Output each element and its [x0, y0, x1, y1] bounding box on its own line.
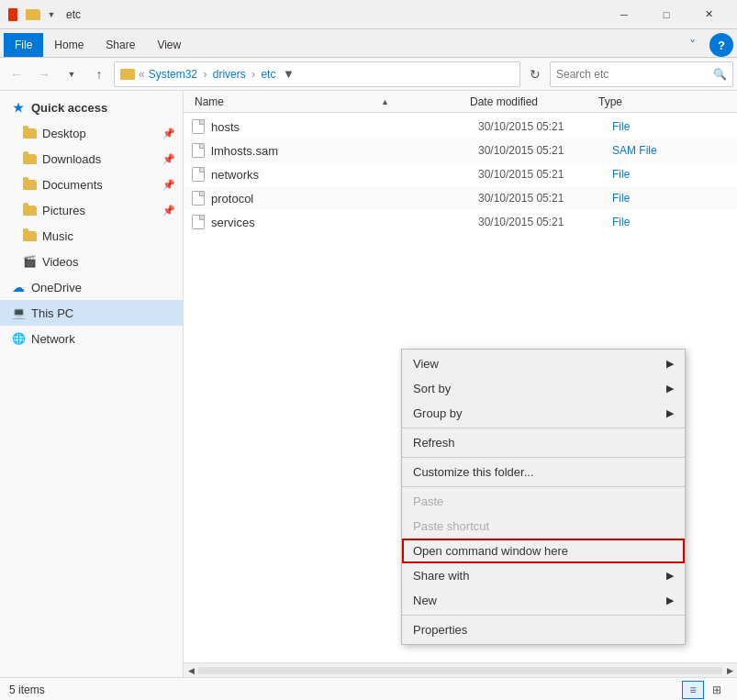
scrollbar-track[interactable] [198, 667, 722, 674]
sidebar-item-pictures[interactable]: Pictures 📌 [0, 197, 183, 223]
path-system32[interactable]: System32 [149, 68, 197, 81]
menu-refresh-label: Refresh [413, 436, 455, 450]
file-row-hosts[interactable]: hosts 30/10/2015 05:21 File [184, 115, 737, 139]
menu-separator-3 [402, 486, 685, 487]
menu-group-arrow: ▶ [666, 407, 674, 419]
menu-item-paste-shortcut[interactable]: Paste shortcut [402, 514, 685, 539]
dropdown-history-button[interactable]: ▼ [59, 61, 84, 87]
refresh-button[interactable]: ↻ [522, 61, 548, 87]
menu-item-view[interactable]: View ▶ [402, 351, 685, 376]
menu-item-open-cmd[interactable]: Open command window here [402, 539, 685, 563]
sidebar-item-quick-access[interactable]: ★ Quick access [0, 94, 183, 120]
file-date: 30/10/2015 05:21 [478, 168, 607, 181]
sidebar-quick-access-label: Quick access [31, 101, 175, 115]
downloads-pin-icon: 📌 [162, 153, 175, 165]
menu-item-sort-by[interactable]: Sort by ▶ [402, 376, 685, 401]
window-controls: ─ □ ✕ [603, 0, 730, 29]
column-header-type[interactable]: Type [595, 95, 687, 108]
column-header-date[interactable]: Date modified [466, 95, 595, 108]
menu-group-label: Group by [413, 406, 462, 420]
address-folder-icon [120, 69, 135, 80]
address-path-separator: « [139, 68, 145, 81]
sidebar-item-onedrive[interactable]: ☁ OneDrive [0, 274, 183, 300]
ribbon-collapse-button[interactable]: ˅ [678, 33, 706, 57]
menu-item-properties[interactable]: Properties [402, 617, 685, 642]
search-input[interactable] [556, 68, 709, 81]
file-type: File [612, 168, 704, 181]
sidebar-desktop-label: Desktop [42, 127, 157, 140]
sidebar-item-documents[interactable]: Documents 📌 [0, 172, 183, 197]
menu-properties-label: Properties [413, 623, 467, 637]
sidebar-documents-label: Documents [42, 178, 157, 192]
menu-paste-shortcut-label: Paste shortcut [413, 519, 489, 533]
music-folder-icon [22, 228, 37, 243]
address-path: System32 › drivers › etc [149, 68, 276, 81]
file-list-header: ▲ Name Date modified Type [184, 91, 737, 113]
sidebar-this-pc-label: This PC [31, 306, 175, 320]
menu-item-share-with[interactable]: Share with ▶ [402, 563, 685, 588]
menu-sort-arrow: ▶ [666, 383, 674, 394]
file-icon [191, 167, 206, 182]
window-title: etc [66, 8, 603, 21]
minimize-button[interactable]: ─ [603, 0, 645, 29]
help-button[interactable]: ? [709, 33, 733, 57]
sidebar-music-label: Music [42, 229, 175, 243]
title-bar-folder-icon [26, 7, 40, 22]
pc-icon: 💻 [11, 306, 26, 320]
title-bar: ▼ etc ─ □ ✕ [0, 0, 737, 29]
sort-arrow-icon: ▲ [381, 97, 389, 106]
menu-new-label: New [413, 594, 437, 607]
address-dropdown-button[interactable]: ▼ [279, 61, 297, 87]
path-drivers[interactable]: drivers [213, 68, 246, 81]
file-date: 30/10/2015 05:21 [478, 192, 607, 205]
sidebar-item-videos[interactable]: 🎬 Videos [0, 249, 183, 274]
menu-item-group-by[interactable]: Group by ▶ [402, 401, 685, 426]
menu-item-refresh[interactable]: Refresh [402, 430, 685, 455]
maximize-button[interactable]: □ [645, 0, 687, 29]
status-bar: 5 items ≡ ⊞ [0, 677, 737, 700]
column-header-name[interactable]: Name [191, 95, 466, 108]
file-row-lmhosts[interactable]: lmhosts.sam 30/10/2015 05:21 SAM File [184, 139, 737, 162]
file-date: 30/10/2015 05:21 [478, 144, 607, 157]
ribbon-tab-bar: File Home Share View ˅ ? [0, 29, 737, 57]
menu-new-arrow: ▶ [666, 594, 674, 606]
scrollbar-left-button[interactable]: ◀ [184, 663, 198, 678]
sidebar-item-this-pc[interactable]: 💻 This PC [0, 300, 183, 326]
file-type: File [612, 192, 704, 205]
address-bar[interactable]: « System32 › drivers › etc ▼ [114, 61, 520, 87]
menu-item-customize[interactable]: Customize this folder... [402, 460, 685, 484]
sidebar-item-music[interactable]: Music [0, 223, 183, 249]
title-bar-pin-icon [7, 7, 22, 22]
sidebar-item-desktop[interactable]: Desktop 📌 [0, 120, 183, 146]
file-icon [191, 191, 206, 206]
tab-home[interactable]: Home [43, 33, 95, 57]
list-view-button[interactable]: ≡ [682, 681, 704, 699]
up-button[interactable]: ↑ [86, 61, 112, 87]
title-bar-down-icon: ▼ [44, 7, 59, 22]
sidebar-item-downloads[interactable]: Downloads 📌 [0, 146, 183, 172]
file-name: services [211, 216, 473, 229]
menu-item-paste[interactable]: Paste [402, 489, 685, 514]
forward-button[interactable]: → [31, 61, 57, 87]
file-row-services[interactable]: services 30/10/2015 05:21 File [184, 210, 737, 234]
grid-view-button[interactable]: ⊞ [706, 681, 728, 699]
menu-sort-label: Sort by [413, 382, 451, 395]
back-button[interactable]: ← [4, 61, 29, 87]
file-row-networks[interactable]: networks 30/10/2015 05:21 File [184, 162, 737, 186]
menu-item-new[interactable]: New ▶ [402, 588, 685, 613]
path-etc[interactable]: etc [261, 68, 275, 81]
sidebar-item-network[interactable]: 🌐 Network [0, 326, 183, 351]
close-button[interactable]: ✕ [687, 0, 730, 29]
file-type: SAM File [612, 144, 704, 157]
tab-file[interactable]: File [4, 33, 43, 57]
scrollbar-right-button[interactable]: ▶ [722, 663, 737, 678]
tab-share[interactable]: Share [95, 33, 146, 57]
file-row-protocol[interactable]: protocol 30/10/2015 05:21 File [184, 186, 737, 210]
horizontal-scrollbar[interactable]: ◀ ▶ [184, 662, 737, 677]
search-bar: 🔍 [550, 61, 733, 87]
tab-view[interactable]: View [146, 33, 192, 57]
file-name: lmhosts.sam [211, 144, 473, 158]
pictures-folder-icon [22, 203, 37, 217]
file-name: hosts [211, 120, 473, 134]
menu-separator-2 [402, 457, 685, 458]
